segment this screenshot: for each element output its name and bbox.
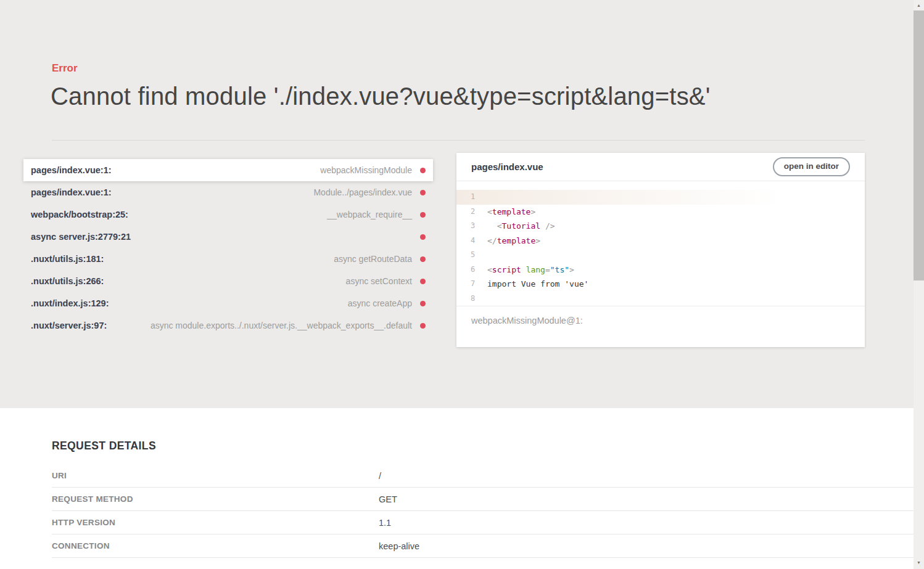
- stack-frame-dot-icon: [420, 301, 426, 306]
- stack-frame-dot-icon: [420, 323, 426, 329]
- request-detail-label: URI: [52, 471, 379, 480]
- code-line: 3 <Tutorial />: [456, 219, 865, 234]
- code-panel-header: pages/index.vue open in editor: [456, 153, 865, 181]
- stack-frame-row[interactable]: webpack/bootstrap:25:__webpack_require__: [23, 203, 433, 226]
- request-detail-label: REQUEST METHOD: [52, 494, 379, 504]
- code-frame-caption: webpackMissingModule@1:: [456, 306, 865, 335]
- code-text: <template>: [487, 205, 535, 219]
- request-details-heading: REQUEST DETAILS: [52, 408, 914, 452]
- request-detail-row: REQUEST METHODGET: [52, 488, 914, 511]
- stack-frame-row[interactable]: .nuxt/utils.js:266:async setContext: [23, 270, 433, 292]
- code-line: 2<template>: [456, 205, 865, 219]
- request-detail-value: /: [379, 471, 381, 481]
- title-divider: [52, 140, 865, 141]
- open-in-editor-button[interactable]: open in editor: [773, 157, 850, 176]
- stack-frame-location: .nuxt/index.js:129:: [31, 298, 109, 308]
- request-details-table: URI/REQUEST METHODGETHTTP VERSION1.1CONN…: [52, 464, 914, 558]
- code-text: <script lang="ts">: [487, 263, 574, 277]
- stack-frame-row[interactable]: async server.js:2779:21: [23, 226, 433, 248]
- stack-frame-function: async module.exports../.nuxt/server.js._…: [151, 321, 412, 330]
- stack-frame-location: async server.js:2779:21: [31, 232, 131, 242]
- request-detail-label: HTTP VERSION: [52, 518, 379, 527]
- stack-frame-dot-icon: [420, 234, 426, 240]
- stack-frame-row[interactable]: .nuxt/server.js:97:async module.exports.…: [23, 314, 433, 337]
- stack-frame-function: async getRouteData: [334, 254, 412, 264]
- stack-frame-dot-icon: [420, 168, 426, 173]
- stack-frame-dot-icon: [420, 190, 426, 195]
- stack-frame-location: .nuxt/server.js:97:: [31, 321, 107, 330]
- code-line: 4</template>: [456, 234, 865, 248]
- stack-frame-function: async setContext: [346, 276, 412, 286]
- code-line: 6<script lang="ts">: [456, 263, 865, 277]
- code-file-name: pages/index.vue: [471, 162, 773, 172]
- page-title: Cannot find module './index.vue?vue&type…: [51, 83, 865, 110]
- vertical-scrollbar[interactable]: ▲ ▼: [914, 0, 924, 569]
- code-text: <Tutorial />: [487, 219, 555, 234]
- line-number: 1: [456, 190, 487, 205]
- stack-frame-location: pages/index.vue:1:: [31, 187, 112, 197]
- request-detail-row: HTTP VERSION1.1: [52, 511, 914, 534]
- stack-frame-location: .nuxt/utils.js:266:: [31, 276, 104, 286]
- line-number: 7: [456, 277, 487, 292]
- stack-frame-dot-icon: [420, 256, 426, 262]
- stack-frame-dot-icon: [420, 212, 426, 218]
- error-label: Error: [52, 62, 78, 75]
- line-number: 3: [456, 219, 487, 234]
- line-number: 8: [456, 292, 487, 306]
- code-viewer: 12<template>3 <Tutorial />4</template>56…: [456, 181, 865, 306]
- request-details-section: REQUEST DETAILS URI/REQUEST METHODGETHTT…: [0, 408, 914, 569]
- line-number: 4: [456, 234, 487, 248]
- request-detail-value: 1.1: [379, 518, 391, 528]
- scroll-down-icon[interactable]: ▼: [914, 557, 924, 568]
- scroll-up-icon[interactable]: ▲: [914, 0, 924, 10]
- stack-frame-location: .nuxt/utils.js:181:: [31, 254, 104, 264]
- line-number: 2: [456, 205, 487, 219]
- stack-trace-list: pages/index.vue:1:webpackMissingModulepa…: [23, 159, 433, 337]
- line-number: 6: [456, 263, 487, 277]
- scrollbar-thumb[interactable]: [914, 10, 924, 280]
- stack-frame-row[interactable]: pages/index.vue:1:Module../pages/index.v…: [23, 181, 433, 203]
- code-line: 7import Vue from 'vue': [456, 277, 865, 292]
- request-detail-row: URI/: [52, 464, 914, 488]
- request-detail-label: CONNECTION: [52, 541, 379, 551]
- stack-frame-row[interactable]: pages/index.vue:1:webpackMissingModule: [23, 159, 433, 181]
- stack-frame-function: Module../pages/index.vue: [313, 187, 412, 197]
- code-text: </template>: [487, 234, 540, 248]
- stack-frame-row[interactable]: .nuxt/index.js:129:async createApp: [23, 292, 433, 314]
- request-detail-row: CONNECTIONkeep-alive: [52, 534, 914, 558]
- stack-frame-location: pages/index.vue:1:: [31, 165, 112, 175]
- stack-frame-function: webpackMissingModule: [320, 165, 412, 175]
- code-line: 8: [456, 292, 865, 306]
- code-text: import Vue from 'vue': [487, 277, 588, 292]
- stack-frame-row[interactable]: .nuxt/utils.js:181:async getRouteData: [23, 248, 433, 270]
- request-detail-value: keep-alive: [379, 541, 419, 551]
- code-line: 5: [456, 248, 865, 263]
- line-number: 5: [456, 248, 487, 263]
- stack-frame-dot-icon: [420, 279, 426, 284]
- code-panel: pages/index.vue open in editor 12<templa…: [456, 153, 865, 347]
- stack-frame-function: __webpack_require__: [327, 210, 412, 219]
- request-detail-value: GET: [379, 494, 397, 504]
- stack-frame-function: async createApp: [348, 298, 412, 308]
- stack-frame-location: webpack/bootstrap:25:: [31, 210, 128, 219]
- code-line: 1: [456, 190, 865, 205]
